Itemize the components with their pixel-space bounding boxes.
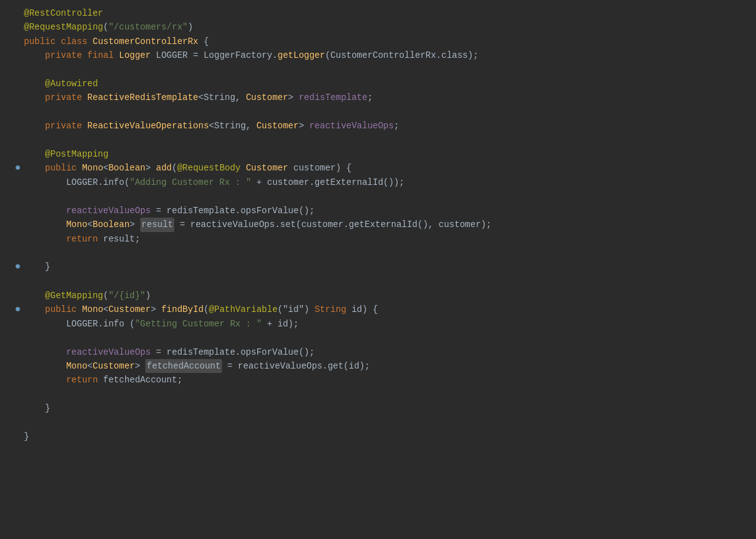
code-token: <String,	[209, 119, 257, 133]
breakpoint-dot: ●	[14, 261, 21, 272]
code-token: {	[204, 35, 209, 48]
code-token: add	[156, 161, 172, 175]
code-token: Customer	[92, 359, 135, 373]
code-line: Mono<Boolean> result = reactiveValueOps.…	[13, 218, 756, 231]
code-token	[24, 232, 66, 246]
code-token: + id);	[262, 317, 299, 331]
code-token: (	[103, 289, 108, 303]
code-token: Logger	[119, 48, 156, 62]
code-token: return	[66, 373, 103, 387]
code-token: }	[24, 260, 50, 274]
code-token: = reactiveValueOps.set(customer.getExter…	[174, 218, 491, 231]
code-line	[13, 133, 756, 147]
code-line	[13, 105, 756, 119]
code-token: (	[204, 303, 209, 316]
code-line: }	[13, 430, 756, 443]
code-line: private final Logger LOGGER = LoggerFact…	[13, 48, 756, 62]
empty-line	[24, 274, 29, 288]
empty-line	[24, 63, 29, 77]
code-token: Mono	[66, 218, 87, 231]
code-line	[13, 416, 756, 430]
code-line: @GetMapping("/{id}")	[13, 289, 756, 303]
code-editor: @RestController@RequestMapping("/custome…	[0, 0, 756, 450]
code-token	[24, 175, 66, 189]
code-token	[24, 119, 45, 133]
code-line: LOGGER.info ("Getting Customer Rx : " + …	[13, 317, 756, 331]
code-line: return result;	[13, 232, 756, 246]
code-token	[24, 373, 66, 387]
code-token: @GetMapping	[45, 289, 103, 303]
line-gutter: ●	[13, 261, 24, 274]
code-token	[24, 204, 66, 218]
code-token: findById	[161, 303, 203, 316]
code-token: + customer.getExternalId());	[251, 175, 404, 189]
code-token: ReactiveRedisTemplate	[87, 91, 198, 104]
code-line: return fetchedAccount;	[13, 373, 756, 387]
code-token: @PostMapping	[45, 147, 109, 161]
code-line: @RestController	[13, 6, 756, 20]
code-line: ● public Mono<Customer> findById(@PathVa…	[13, 303, 756, 317]
code-token: = redisTemplate.opsForValue();	[151, 345, 314, 359]
code-token: Customer	[246, 161, 294, 175]
code-token: getLogger	[277, 48, 325, 62]
code-line: Mono<Customer> fetchedAccount = reactive…	[13, 359, 756, 373]
code-token: @PathVariable	[209, 303, 277, 316]
code-token: (	[103, 20, 108, 34]
code-token: "/{id}"	[108, 289, 145, 303]
code-token: Customer	[246, 91, 288, 104]
code-token: reactiveValueOps	[309, 119, 394, 133]
breakpoint-dot: ●	[14, 304, 21, 315]
code-line: ● }	[13, 260, 756, 274]
code-line: }	[13, 401, 756, 415]
empty-line	[24, 189, 29, 203]
empty-line	[24, 105, 29, 119]
breakpoint-dot: ●	[14, 162, 21, 174]
code-token: (CustomerControllerRx.class);	[325, 48, 479, 62]
code-token: reactiveValueOps	[66, 345, 150, 359]
code-token: )	[187, 20, 192, 34]
code-token: private	[45, 119, 87, 133]
code-line: @Autowired	[13, 77, 756, 91]
code-token: = reactiveValueOps.get(id);	[222, 359, 370, 373]
code-token: public	[45, 303, 82, 316]
code-token: ("id")	[277, 303, 314, 316]
code-token: LOGGER.info (	[66, 317, 135, 331]
code-token: >	[288, 91, 299, 104]
code-token	[24, 345, 66, 359]
code-token	[24, 359, 66, 373]
code-token	[24, 77, 45, 91]
empty-line	[24, 331, 29, 345]
code-token: Mono	[66, 359, 87, 373]
code-token: <	[87, 359, 92, 373]
code-token	[24, 147, 45, 161]
code-token: fetchedAccount	[145, 359, 222, 373]
code-token: customer) {	[294, 161, 352, 175]
code-line: @PostMapping	[13, 147, 756, 161]
code-token: >	[145, 161, 156, 175]
code-token: >	[135, 359, 145, 373]
code-token: Customer	[257, 119, 299, 133]
code-token	[24, 91, 45, 104]
code-token: >	[151, 303, 162, 316]
code-token: @RequestBody	[177, 161, 246, 175]
code-token: private	[45, 48, 87, 62]
code-line: reactiveValueOps = redisTemplate.opsForV…	[13, 204, 756, 218]
code-token: public	[24, 35, 61, 48]
code-token	[24, 218, 66, 231]
code-token: }	[24, 401, 50, 415]
code-token: >	[130, 218, 140, 231]
code-token: @Autowired	[45, 77, 98, 91]
code-line: public class CustomerControllerRx {	[13, 35, 756, 48]
code-token	[24, 161, 45, 175]
code-token	[24, 317, 66, 331]
code-token: "/customers/rx"	[108, 20, 187, 34]
code-token: final	[87, 48, 119, 62]
code-line: reactiveValueOps = redisTemplate.opsForV…	[13, 345, 756, 359]
code-token: Mono	[82, 303, 103, 316]
code-token: private	[45, 91, 87, 104]
empty-line	[24, 133, 29, 147]
code-token: )	[145, 289, 150, 303]
code-token: result;	[103, 232, 140, 246]
code-token	[24, 48, 45, 62]
code-line	[13, 189, 756, 203]
